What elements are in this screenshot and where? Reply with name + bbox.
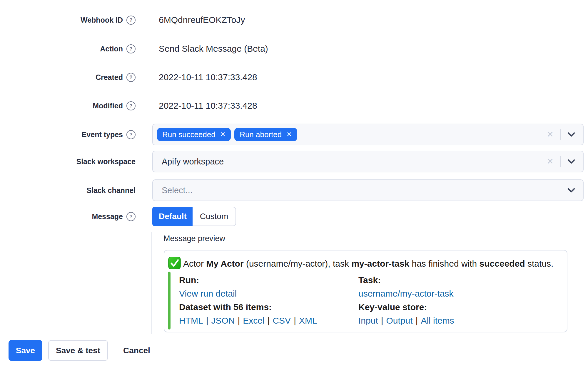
help-icon[interactable]: ? — [126, 130, 136, 139]
kv-store-links: Input|Output|All items — [358, 314, 454, 327]
help-icon[interactable]: ? — [126, 73, 136, 82]
view-run-detail-link[interactable]: View run detail — [179, 289, 237, 298]
link-separator: | — [235, 316, 243, 325]
created-label: Created ? — [0, 72, 136, 83]
check-emoji-icon — [168, 257, 181, 269]
clear-icon[interactable]: ✕ — [547, 157, 554, 166]
link-separator: | — [378, 316, 386, 325]
link-separator: | — [203, 316, 211, 325]
preview-run-column: Run: View run detail Dataset with 56 ite… — [179, 273, 317, 327]
preview-link[interactable]: XML — [299, 316, 317, 325]
preview-task-column: Task: username/my-actor-task Key-value s… — [358, 273, 454, 327]
divider — [560, 129, 561, 140]
created-value: 2022-10-11 10:37:33.428 — [159, 72, 257, 83]
preview-link[interactable]: HTML — [179, 316, 203, 325]
preview-link[interactable]: All items — [421, 316, 454, 325]
toggle-option-custom[interactable]: Custom — [193, 207, 235, 226]
webhook-settings-page: Webhook ID ? 6MQdnreufEOKZToJy Action ? … — [0, 0, 588, 370]
task-heading: Task: — [358, 273, 454, 287]
help-icon[interactable]: ? — [126, 101, 136, 110]
event-type-tag: Run succeeded ✕ — [157, 128, 231, 141]
preview-link[interactable]: JSON — [211, 316, 235, 325]
preview-link[interactable]: Input — [358, 316, 378, 325]
event-type-tag: Run aborted ✕ — [234, 128, 297, 141]
help-icon[interactable]: ? — [126, 16, 136, 25]
event-types-select[interactable]: Run succeeded ✕ Run aborted ✕ ✕ — [152, 124, 584, 145]
kv-store-heading: Key-value store: — [358, 300, 454, 314]
webhook-id-label: Webhook ID ? — [0, 15, 136, 25]
slack-channel-label: Slack channel — [0, 185, 136, 196]
run-heading: Run: — [179, 273, 317, 287]
help-icon[interactable]: ? — [126, 212, 136, 221]
preview-headline: Actor My Actor (username/my-actor), task… — [183, 257, 562, 270]
slack-workspace-select[interactable]: Apify workspace ✕ — [152, 151, 584, 172]
preview-link[interactable]: Output — [386, 316, 413, 325]
remove-tag-icon[interactable]: ✕ — [286, 131, 292, 138]
webhook-id-value: 6MQdnreufEOKZToJy — [159, 15, 245, 25]
slack-channel-select[interactable]: Select... — [152, 179, 584, 201]
event-types-label: Event types ? — [0, 129, 136, 140]
slack-channel-placeholder: Select... — [157, 186, 193, 195]
remove-tag-icon[interactable]: ✕ — [220, 131, 225, 138]
chevron-down-icon[interactable] — [567, 188, 575, 193]
subsection-indent-line — [151, 232, 152, 334]
modified-value: 2022-10-11 10:37:33.428 — [159, 100, 257, 111]
modified-label: Modified ? — [0, 100, 136, 111]
help-icon[interactable]: ? — [126, 44, 136, 53]
divider — [560, 156, 561, 167]
chevron-down-icon[interactable] — [567, 132, 575, 137]
preview-link[interactable]: Excel — [243, 316, 264, 325]
action-label: Action ? — [0, 43, 136, 54]
dataset-heading: Dataset with 56 items: — [179, 300, 317, 314]
action-value: Send Slack Message (Beta) — [159, 43, 268, 54]
preview-link[interactable]: CSV — [273, 316, 291, 325]
message-label: Message ? — [0, 211, 136, 222]
dataset-links: HTML|JSON|Excel|CSV|XML — [179, 314, 317, 327]
slack-workspace-value: Apify workspace — [157, 157, 224, 166]
task-link[interactable]: username/my-actor-task — [358, 289, 453, 298]
attachment-color-bar — [168, 272, 171, 329]
clear-icon[interactable]: ✕ — [547, 130, 554, 139]
save-button[interactable]: Save — [9, 340, 42, 361]
toggle-option-default[interactable]: Default — [152, 207, 193, 226]
slack-workspace-label: Slack workspace — [0, 156, 136, 167]
chevron-down-icon[interactable] — [567, 159, 575, 164]
message-preview-title: Message preview — [163, 234, 225, 243]
link-separator: | — [291, 316, 299, 325]
cancel-button[interactable]: Cancel — [120, 340, 153, 361]
message-preview-box: Actor My Actor (username/my-actor), task… — [164, 250, 567, 332]
link-separator: | — [413, 316, 421, 325]
message-mode-toggle: Default Custom — [152, 207, 236, 226]
save-and-test-button[interactable]: Save & test — [48, 340, 108, 361]
link-separator: | — [265, 316, 273, 325]
